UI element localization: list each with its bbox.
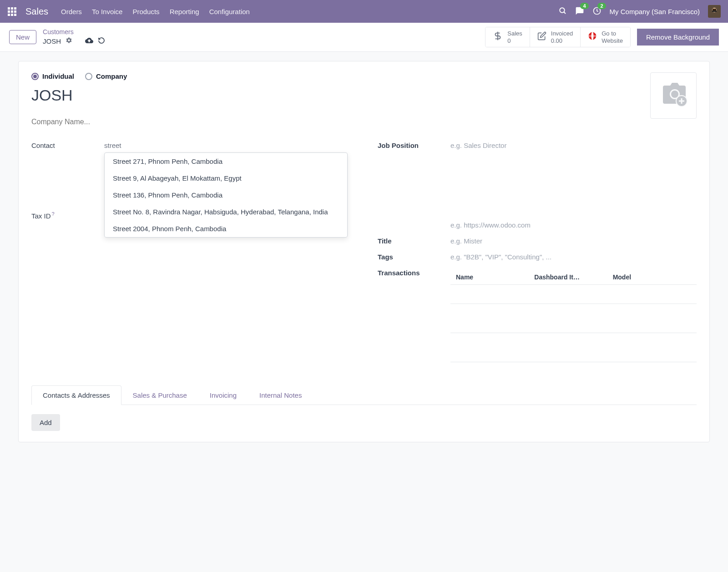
- app-brand[interactable]: Sales: [25, 6, 48, 17]
- stat-invoiced-label: Invoiced: [551, 30, 573, 37]
- nav-configuration[interactable]: Configuration: [209, 8, 250, 15]
- stats-buttons: Sales 0 Invoiced 0.00 Go to Website: [485, 27, 631, 47]
- tab-internal-notes[interactable]: Internal Notes: [248, 385, 313, 405]
- street-input[interactable]: street: [104, 140, 350, 151]
- svg-point-10: [671, 91, 678, 98]
- contact-label: Contact: [31, 140, 100, 149]
- breadcrumb-current: JOSH: [43, 37, 61, 46]
- dropdown-item[interactable]: Street No. 8, Ravindra Nagar, Habsiguda,…: [105, 203, 347, 220]
- customer-name[interactable]: JOSH: [31, 86, 650, 104]
- activity-badge: 2: [597, 3, 606, 9]
- company-type-radio-group: Individual Company: [31, 72, 650, 80]
- edit-icon: [537, 31, 546, 43]
- transactions-label: Transactions: [378, 267, 446, 277]
- tax-id-label: Tax ID?: [31, 210, 100, 220]
- website-input[interactable]: e.g. https://www.odoo.com: [450, 219, 697, 231]
- main-content: Individual Company JOSH: [9, 52, 719, 451]
- radio-individual-dot: [31, 73, 39, 80]
- help-icon[interactable]: ?: [52, 211, 55, 217]
- dollar-icon: [493, 31, 503, 43]
- form-sheet: Individual Company JOSH: [18, 61, 710, 442]
- navbar-menu: Orders To Invoice Products Reporting Con…: [61, 8, 250, 15]
- nav-orders[interactable]: Orders: [61, 8, 82, 15]
- user-avatar[interactable]: [708, 5, 721, 18]
- breadcrumb-customers[interactable]: Customers: [43, 28, 105, 36]
- company-selector[interactable]: My Company (San Francisco): [610, 8, 700, 15]
- activity-icon[interactable]: 2: [592, 6, 602, 17]
- street-dropdown: Street 271, Phnom Penh, Cambodia Street …: [104, 152, 348, 238]
- tab-sales-purchase[interactable]: Sales & Purchase: [121, 385, 198, 405]
- svg-rect-5: [713, 9, 716, 10]
- nav-to-invoice[interactable]: To Invoice: [92, 8, 123, 15]
- nav-reporting[interactable]: Reporting: [170, 8, 199, 15]
- tab-contacts-addresses[interactable]: Contacts & Addresses: [31, 385, 121, 405]
- stat-goto-label: Go to: [602, 30, 623, 37]
- stat-sales-button[interactable]: Sales 0: [485, 27, 530, 47]
- messages-icon[interactable]: 4: [575, 6, 584, 17]
- add-button[interactable]: Add: [31, 414, 60, 431]
- transactions-table: Name Dashboard It… Model: [450, 270, 697, 362]
- stat-website-button[interactable]: Go to Website: [581, 27, 630, 47]
- action-bar: New Customers JOSH Sales 0: [0, 23, 728, 52]
- stat-invoiced-value: 0.00: [551, 37, 573, 45]
- form-tabs: Contacts & Addresses Sales & Purchase In…: [31, 385, 697, 405]
- table-row[interactable]: [450, 343, 697, 362]
- trans-header-dashboard: Dashboard It…: [534, 273, 612, 281]
- dropdown-item[interactable]: Street 2004, Phnom Penh, Cambodia: [105, 220, 347, 237]
- messages-badge: 4: [580, 3, 588, 9]
- title-input[interactable]: e.g. Mister: [450, 235, 697, 247]
- stat-sales-label: Sales: [507, 30, 522, 37]
- apps-icon[interactable]: [7, 7, 16, 16]
- table-row[interactable]: [450, 314, 697, 333]
- job-position-label: Job Position: [378, 140, 446, 149]
- nav-products[interactable]: Products: [132, 8, 159, 15]
- company-name-input[interactable]: [31, 118, 650, 126]
- search-icon[interactable]: [559, 7, 567, 16]
- tags-input[interactable]: e.g. "B2B", "VIP", "Consulting", ...: [450, 251, 697, 263]
- gear-icon[interactable]: [66, 37, 72, 46]
- trans-header-model: Model: [613, 273, 691, 281]
- stat-invoiced-button[interactable]: Invoiced 0.00: [530, 27, 581, 47]
- tags-label: Tags: [378, 251, 446, 261]
- table-row[interactable]: [450, 285, 697, 304]
- discard-icon[interactable]: [98, 37, 105, 46]
- image-upload-placeholder[interactable]: [650, 72, 697, 119]
- stat-goto-value: Website: [602, 37, 623, 45]
- trans-header-name: Name: [456, 273, 534, 281]
- dropdown-item[interactable]: Street 9, Al Abageyah, El Mokattam, Egyp…: [105, 170, 347, 187]
- new-button[interactable]: New: [9, 30, 36, 44]
- globe-icon: [588, 31, 597, 43]
- website-label: [378, 219, 446, 221]
- radio-company-dot: [85, 73, 92, 80]
- radio-individual[interactable]: Individual: [31, 72, 74, 80]
- job-position-input[interactable]: e.g. Sales Director: [450, 140, 697, 151]
- remove-background-button[interactable]: Remove Background: [637, 29, 719, 46]
- breadcrumb: Customers JOSH: [43, 28, 105, 46]
- svg-rect-6: [712, 10, 717, 12]
- radio-company-label: Company: [96, 72, 127, 80]
- stat-sales-value: 0: [507, 37, 522, 45]
- dropdown-item[interactable]: Street 136, Phnom Penh, Cambodia: [105, 187, 347, 203]
- radio-company[interactable]: Company: [85, 72, 127, 80]
- tab-invoicing[interactable]: Invoicing: [198, 385, 248, 405]
- dropdown-item[interactable]: Street 271, Phnom Penh, Cambodia: [105, 153, 347, 170]
- cloud-save-icon[interactable]: [85, 36, 93, 46]
- title-label: Title: [378, 235, 446, 245]
- radio-individual-label: Individual: [42, 72, 74, 80]
- svg-line-1: [564, 12, 566, 14]
- svg-point-0: [560, 8, 565, 13]
- main-navbar: Sales Orders To Invoice Products Reporti…: [0, 0, 728, 23]
